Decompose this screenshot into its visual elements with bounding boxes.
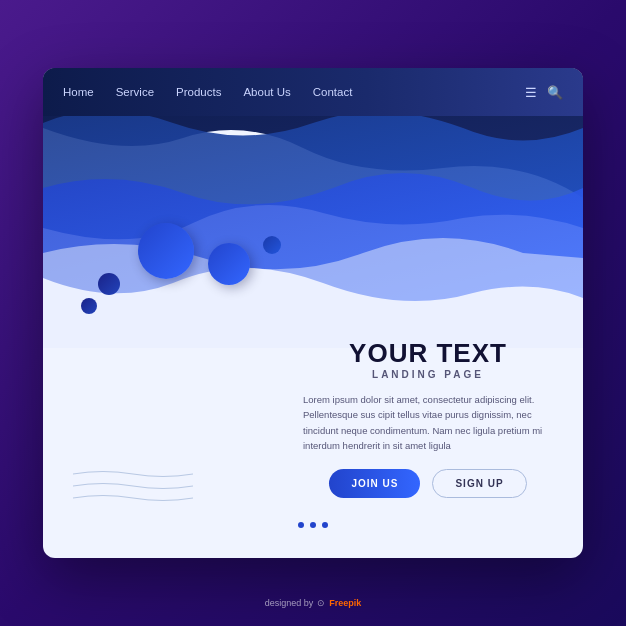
nav-products[interactable]: Products (176, 86, 221, 98)
freepik-brand: Freepik (329, 598, 361, 608)
menu-icon[interactable]: ☰ (525, 85, 537, 100)
landing-card: Home Service Products About Us Contact ☰… (43, 68, 583, 558)
circle-small-1 (98, 273, 120, 295)
circle-medium-left (208, 243, 250, 285)
nav-links: Home Service Products About Us Contact (63, 86, 525, 98)
circle-small-3 (263, 236, 281, 254)
freepik-icon: ⊙ (317, 598, 325, 608)
hero-subheadline: LANDING PAGE (303, 369, 553, 380)
sign-up-button[interactable]: SIGN UP (432, 469, 526, 498)
search-icon[interactable]: 🔍 (547, 85, 563, 100)
join-us-button[interactable]: JOIN US (329, 469, 420, 498)
hero-headline: YOUR TEXT (303, 338, 553, 369)
page-footer: designed by ⊙ Freepik (265, 598, 362, 608)
nav-home[interactable]: Home (63, 86, 94, 98)
nav-service[interactable]: Service (116, 86, 154, 98)
navbar: Home Service Products About Us Contact ☰… (43, 68, 583, 116)
nav-about[interactable]: About Us (243, 86, 290, 98)
dot-1[interactable] (298, 522, 304, 528)
footer-text: designed by (265, 598, 314, 608)
dot-3[interactable] (322, 522, 328, 528)
circle-large (138, 223, 194, 279)
hero-body: Lorem ipsum dolor sit amet, consectetur … (303, 392, 553, 453)
indicator-dots (298, 522, 328, 528)
nav-contact[interactable]: Contact (313, 86, 353, 98)
circle-small-2 (81, 298, 97, 314)
nav-icons: ☰ 🔍 (525, 85, 563, 100)
dot-2[interactable] (310, 522, 316, 528)
hero-content: YOUR TEXT LANDING PAGE Lorem ipsum dolor… (303, 338, 553, 498)
hero-buttons: JOIN US SIGN UP (303, 469, 553, 498)
wave-lines (73, 464, 193, 528)
